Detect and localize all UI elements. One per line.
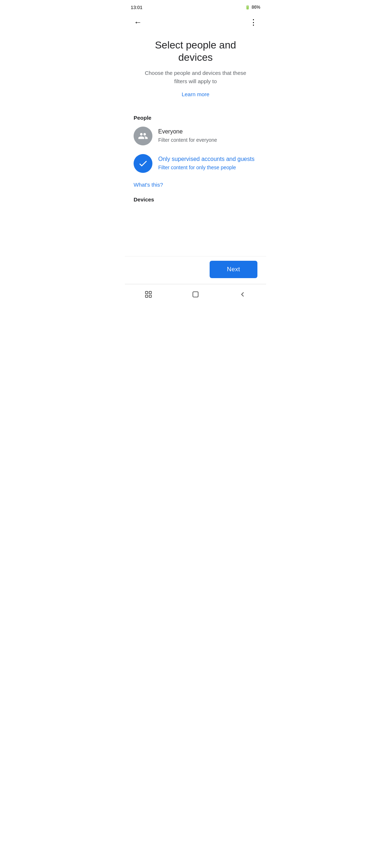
main-content: Select people and devices Choose the peo… <box>125 32 266 203</box>
battery-level: 86% <box>252 5 260 10</box>
battery-icon: 🔋 <box>245 5 250 10</box>
people-svg-icon <box>138 131 148 141</box>
home-icon <box>192 290 199 298</box>
supervised-title: Only supervised accounts and guests <box>158 156 257 163</box>
top-nav: ← ⋮ <box>125 13 266 32</box>
svg-rect-4 <box>193 292 198 297</box>
supervised-icon <box>134 154 152 173</box>
whats-this-link[interactable]: What's this? <box>134 182 257 188</box>
next-button[interactable]: Next <box>210 261 257 278</box>
everyone-desc: Filter content for everyone <box>158 137 257 143</box>
supervised-desc: Filter content for only these people <box>158 165 257 170</box>
back-button[interactable]: ← <box>131 15 145 30</box>
back-arrow-icon: ← <box>134 18 142 27</box>
page-subtitle: Choose the people and devices that these… <box>139 69 252 85</box>
android-nav-bar <box>125 284 266 305</box>
supervised-text: Only supervised accounts and guests Filt… <box>158 154 257 170</box>
bottom-section: Next <box>125 256 266 305</box>
everyone-icon <box>134 127 152 145</box>
more-menu-button[interactable]: ⋮ <box>246 15 260 30</box>
back-chevron-icon <box>239 290 247 298</box>
everyone-text: Everyone Filter content for everyone <box>158 127 257 143</box>
devices-section-label: Devices <box>134 196 257 203</box>
checkmark-svg-icon <box>138 158 148 169</box>
learn-more-link[interactable]: Learn more <box>139 91 252 97</box>
recent-apps-icon <box>144 290 152 298</box>
nav-recent-button[interactable] <box>139 288 157 301</box>
people-section-label: People <box>134 115 257 121</box>
status-time: 13:01 <box>131 5 143 10</box>
svg-rect-3 <box>149 295 151 297</box>
more-dots-icon: ⋮ <box>249 18 257 27</box>
supervised-option[interactable]: Only supervised accounts and guests Filt… <box>134 154 257 173</box>
next-button-area: Next <box>125 256 266 284</box>
status-icons: 🔋 86% <box>245 5 260 10</box>
nav-home-button[interactable] <box>186 288 205 301</box>
status-bar: 13:01 🔋 86% <box>125 0 266 13</box>
svg-rect-2 <box>146 295 148 297</box>
everyone-option[interactable]: Everyone Filter content for everyone <box>134 127 257 145</box>
nav-back-button[interactable] <box>234 288 252 301</box>
page-title: Select people and devices <box>139 39 252 63</box>
svg-rect-0 <box>146 292 148 294</box>
everyone-title: Everyone <box>158 128 257 136</box>
svg-rect-1 <box>149 292 151 294</box>
header-section: Select people and devices Choose the peo… <box>134 39 257 97</box>
